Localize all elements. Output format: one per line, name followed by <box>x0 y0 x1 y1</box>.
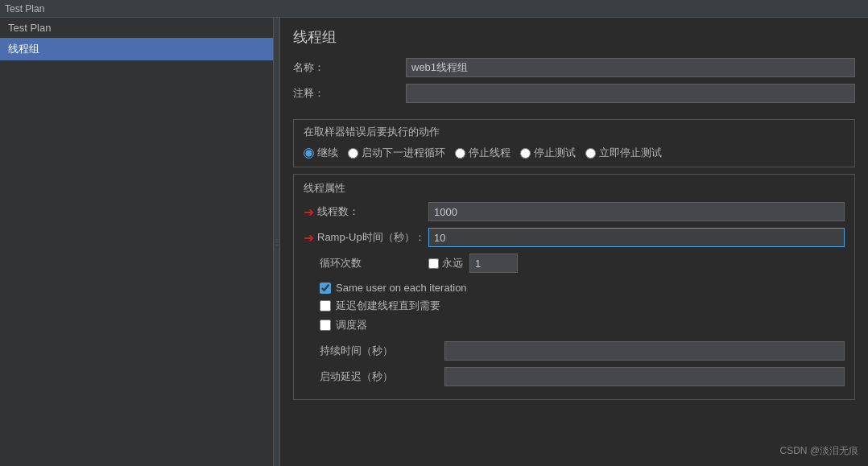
radio-stop-now-input[interactable] <box>585 148 596 159</box>
loop-count-label: 循环次数 <box>320 257 362 269</box>
comment-row: 注释： <box>293 84 855 103</box>
forever-checkbox-group: 永远 <box>428 256 463 270</box>
name-row: 名称： <box>293 58 855 77</box>
delay-create-row: 延迟创建线程直到需要 <box>320 296 845 315</box>
error-action-section: 在取样器错误后要执行的动作 继续 启动下一进程循环 停止线程 停止测试 <box>293 119 855 167</box>
duration-input[interactable] <box>444 341 845 361</box>
duration-row: 持续时间（秒） <box>304 341 845 361</box>
loop-count-input[interactable] <box>469 254 518 273</box>
name-label: 名称： <box>293 60 406 75</box>
comment-label: 注释： <box>293 86 406 101</box>
delay-create-checkbox[interactable] <box>320 300 331 311</box>
radio-continue-label[interactable]: 继续 <box>317 146 338 160</box>
watermark: CSDN @淡泪无痕 <box>779 444 858 458</box>
sidebar-item-thread-group[interactable]: 线程组 <box>0 38 273 60</box>
panel-title: 线程组 <box>280 18 868 55</box>
thread-count-label: 线程数： <box>317 204 359 219</box>
delay-create-label[interactable]: 延迟创建线程直到需要 <box>336 299 440 313</box>
radio-continue: 继续 <box>304 146 338 160</box>
forever-label[interactable]: 永远 <box>442 256 463 270</box>
same-user-row: Same user on each iteration <box>320 279 845 296</box>
error-section-title: 在取样器错误后要执行的动作 <box>304 125 845 139</box>
drag-handle[interactable]: ⋮ <box>274 18 280 466</box>
comment-input[interactable] <box>406 84 855 103</box>
ramp-up-row: ➜ Ramp-Up时间（秒）： <box>304 228 845 247</box>
radio-stop-test: 停止测试 <box>520 146 576 160</box>
error-radio-row: 继续 启动下一进程循环 停止线程 停止测试 立即停止测试 <box>304 146 845 160</box>
radio-stop-thread-label[interactable]: 停止线程 <box>469 146 510 160</box>
loop-count-row: 循环次数 永远 <box>304 254 845 273</box>
radio-stop-now: 立即停止测试 <box>585 146 662 160</box>
radio-start-next: 启动下一进程循环 <box>348 146 445 160</box>
thread-props-title: 线程属性 <box>304 181 845 196</box>
forever-checkbox[interactable] <box>428 258 439 269</box>
main-layout: Test Plan 线程组 ⋮ 线程组 名称： 注释： 在取样器错误后要执行的动… <box>0 18 868 466</box>
thread-count-input[interactable] <box>428 202 845 221</box>
drag-handle-dots: ⋮ <box>273 237 281 246</box>
ramp-up-label: Ramp-Up时间（秒）： <box>317 230 425 245</box>
same-user-label[interactable]: Same user on each iteration <box>336 282 467 294</box>
scheduler-checkbox[interactable] <box>320 320 331 331</box>
radio-stop-now-label[interactable]: 立即停止测试 <box>599 146 662 160</box>
radio-stop-thread: 停止线程 <box>455 146 510 160</box>
radio-continue-input[interactable] <box>304 148 314 159</box>
name-section: 名称： 注释： <box>280 55 868 116</box>
startup-delay-input[interactable] <box>444 367 845 386</box>
thread-props-section: 线程属性 ➜ 线程数： ➜ Ramp-Up时间（秒）： <box>293 174 855 400</box>
ramp-up-input[interactable] <box>428 228 845 247</box>
scheduler-row: 调度器 <box>320 315 845 335</box>
scheduler-label[interactable]: 调度器 <box>336 318 367 332</box>
radio-start-next-input[interactable] <box>348 148 358 159</box>
radio-stop-thread-input[interactable] <box>455 148 465 159</box>
menu-bar: Test Plan <box>0 0 868 18</box>
ramp-up-arrow: ➜ <box>304 230 314 245</box>
content-panel: 线程组 名称： 注释： 在取样器错误后要执行的动作 继续 <box>280 18 868 466</box>
sidebar-item-test-plan[interactable]: Test Plan <box>0 18 273 38</box>
sidebar: Test Plan 线程组 <box>0 18 274 466</box>
thread-count-arrow: ➜ <box>304 204 314 220</box>
radio-stop-test-input[interactable] <box>520 148 531 159</box>
same-user-checkbox[interactable] <box>320 282 331 294</box>
startup-delay-label: 启动延迟（秒） <box>320 370 393 382</box>
duration-label: 持续时间（秒） <box>320 344 393 357</box>
name-input[interactable] <box>406 58 855 77</box>
thread-count-row: ➜ 线程数： <box>304 202 845 221</box>
radio-stop-test-label[interactable]: 停止测试 <box>534 146 576 160</box>
startup-delay-row: 启动延迟（秒） <box>304 367 845 386</box>
menu-title: Test Plan <box>5 3 44 14</box>
radio-start-next-label[interactable]: 启动下一进程循环 <box>362 146 445 160</box>
